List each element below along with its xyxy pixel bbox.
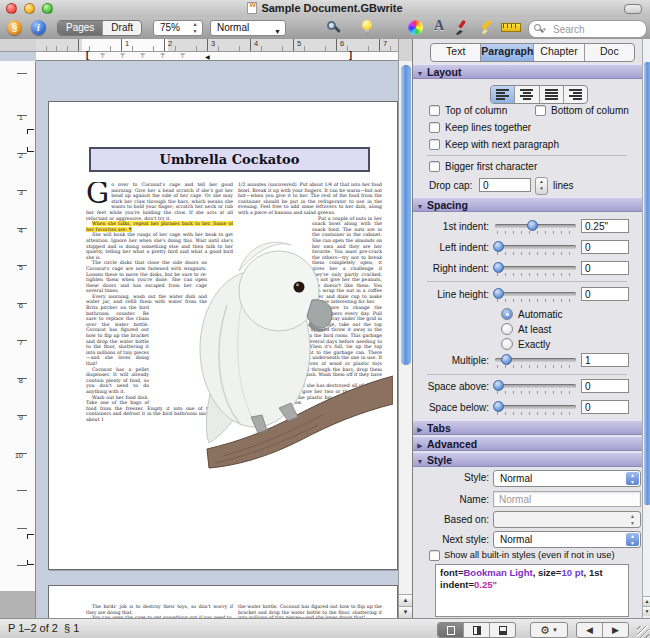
drop-cap-field[interactable]	[479, 178, 531, 192]
action-menu[interactable]: ⚙▼	[530, 622, 568, 638]
page1-column-2[interactable]: 1/2 minutes (uncovered). Put about 1/4 o…	[238, 182, 382, 567]
footer-margin-marker-icon[interactable]	[27, 534, 34, 539]
line-height-slider[interactable]	[495, 292, 576, 296]
zoom-popup[interactable]: 75% ▲▼	[153, 20, 203, 36]
tab-stop-icon[interactable]: ⊤	[120, 52, 125, 59]
fonts-panel-icon[interactable]: A	[434, 18, 450, 34]
space-above-slider[interactable]	[495, 384, 576, 388]
scroll-up-icon[interactable]: ▲	[399, 594, 412, 606]
drop-cap-stepper[interactable]: ▲▼	[535, 177, 548, 195]
section-mark-button[interactable]: §	[7, 20, 22, 35]
top-of-column-checkbox[interactable]	[429, 105, 440, 116]
slider-thumb[interactable]	[493, 380, 504, 391]
first-indent-slider[interactable]	[495, 224, 576, 228]
slider-thumb[interactable]	[501, 354, 512, 365]
inspector-scrollbar[interactable]: ▲ ▼	[642, 39, 650, 618]
previous-page-button[interactable]: ◀	[577, 623, 603, 637]
right-indent-marker-icon[interactable]: ◀	[205, 53, 210, 60]
scrollbar-thumb[interactable]	[644, 62, 650, 505]
highlighted-paragraph[interactable]: When she talks, repeat her phrases back …	[86, 221, 233, 232]
paragraph[interactable]: 1/2 minutes (uncovered). Put about 1/4 o…	[238, 182, 382, 216]
lightbulb-icon[interactable]	[359, 20, 375, 36]
article-title-box[interactable]: Umbrella Cockatoo	[89, 147, 370, 172]
tabs-section-header[interactable]: ▶Tabs	[413, 420, 642, 435]
tab-chapter[interactable]: Chapter	[534, 44, 584, 61]
space-above-field[interactable]	[581, 379, 629, 393]
tab-stop-icon[interactable]: ⊤	[100, 52, 105, 59]
style-name-popup[interactable]: Normal ▲▼	[493, 470, 641, 487]
page-1[interactable]: Umbrella Cockatoo Go over to Coconut's c…	[48, 101, 398, 570]
slider-thumb[interactable]	[493, 262, 504, 273]
slider-thumb[interactable]	[527, 220, 538, 231]
toolbar-toggle-button[interactable]	[624, 4, 642, 14]
space-below-slider[interactable]	[495, 405, 576, 409]
style-description-box[interactable]: font=Bookman Light, size=10 pt, 1st inde…	[435, 564, 629, 617]
search-input[interactable]	[551, 22, 643, 36]
align-right-button[interactable]	[564, 86, 587, 103]
single-page-view-button[interactable]	[438, 623, 464, 637]
page1-column-1[interactable]: Go over to Coconut's cage and tell her g…	[86, 182, 233, 567]
name-field[interactable]	[493, 491, 641, 507]
tab-paragraph[interactable]: Paragraph	[481, 44, 534, 61]
show-all-styles-checkbox[interactable]	[429, 550, 440, 561]
color-wheel-icon[interactable]	[408, 20, 423, 35]
ruler-tool-icon[interactable]	[501, 23, 521, 32]
scroll-down-icon[interactable]: ▼	[399, 606, 412, 618]
bigger-first-character-checkbox[interactable]	[429, 161, 440, 172]
align-center-button[interactable]	[515, 86, 539, 103]
slider-thumb[interactable]	[493, 401, 504, 412]
automatic-radio[interactable]	[501, 308, 513, 320]
paragraph[interactable]: Check every day to see if she has destro…	[238, 383, 382, 405]
space-below-field[interactable]	[581, 400, 629, 414]
left-margin-bracket-icon[interactable]: [	[86, 50, 89, 60]
at-least-radio[interactable]	[501, 323, 513, 335]
page-2[interactable]: The birds' job is to destroy their toys,…	[48, 585, 398, 618]
right-indent-field[interactable]	[581, 261, 629, 275]
multiple-slider[interactable]	[495, 358, 576, 362]
paintbrush-icon[interactable]	[453, 20, 469, 36]
next-style-popup[interactable]: Normal ▲▼	[493, 531, 641, 548]
right-margin-bracket-icon[interactable]: ]	[349, 50, 352, 60]
left-indent-slider[interactable]	[495, 245, 576, 249]
tab-stop-icon[interactable]: ⊤	[180, 52, 185, 59]
vertical-ruler[interactable]: 1 2 3 4 5 6 7 8 9 10	[0, 61, 36, 591]
exactly-radio[interactable]	[501, 338, 513, 350]
info-button[interactable]: i	[31, 20, 46, 35]
multiple-field[interactable]	[581, 353, 629, 367]
next-page-button[interactable]: ▶	[603, 623, 628, 637]
scrollbar-thumb[interactable]	[401, 65, 411, 365]
margin-tab-ruler[interactable]: [ ] ⊤ ⊤ ⊤ ⊤ ⊤ ◀	[36, 52, 412, 61]
spacing-section-header[interactable]: ▼Spacing	[413, 197, 642, 212]
document-vertical-scrollbar[interactable]: ▲ ▼	[398, 61, 412, 618]
scroll-up-icon[interactable]: ▲	[643, 596, 650, 606]
tab-doc[interactable]: Doc	[585, 44, 634, 61]
layout-section-header[interactable]: ▼Layout	[413, 64, 642, 79]
tab-stop-icon[interactable]: ⊤	[140, 52, 145, 59]
align-left-button[interactable]	[491, 86, 515, 103]
bottom-of-column-checkbox[interactable]	[535, 105, 546, 116]
paragraph[interactable]: the water bottle. Coconut has figured ou…	[238, 604, 382, 618]
right-indent-slider[interactable]	[495, 266, 576, 270]
facing-pages-view-button[interactable]	[464, 623, 490, 637]
style-section-header[interactable]: ▼Style	[413, 452, 642, 467]
split-view-button[interactable]	[490, 623, 515, 637]
horizontal-ruler[interactable]: 1 2 3 4 5 6 7 8	[36, 39, 412, 52]
bottom-margin-marker-icon[interactable]	[27, 560, 34, 565]
line-height-field[interactable]	[581, 287, 629, 301]
scroll-down-icon[interactable]: ▼	[643, 606, 650, 616]
slider-thumb[interactable]	[493, 288, 504, 299]
keep-lines-together-checkbox[interactable]	[429, 122, 440, 133]
tab-stop-icon[interactable]: ⊤	[160, 52, 165, 59]
header-margin-marker-icon[interactable]	[27, 147, 34, 152]
paragraph[interactable]: Go over to Coconut's cage and tell her g…	[86, 182, 233, 221]
left-indent-field[interactable]	[581, 240, 629, 254]
keep-with-next-checkbox[interactable]	[429, 139, 440, 150]
top-margin-marker-icon[interactable]	[27, 129, 34, 134]
advanced-section-header[interactable]: ▶Advanced	[413, 436, 642, 451]
search-field[interactable]: ▾	[528, 20, 647, 38]
slider-thumb[interactable]	[493, 241, 504, 252]
tab-text[interactable]: Text	[431, 44, 481, 61]
pages-view-button[interactable]: Pages	[58, 21, 103, 35]
paragraph[interactable]: The birds' job is to destroy their toys,…	[86, 604, 233, 615]
style-popup[interactable]: Normal ▼	[210, 20, 286, 36]
